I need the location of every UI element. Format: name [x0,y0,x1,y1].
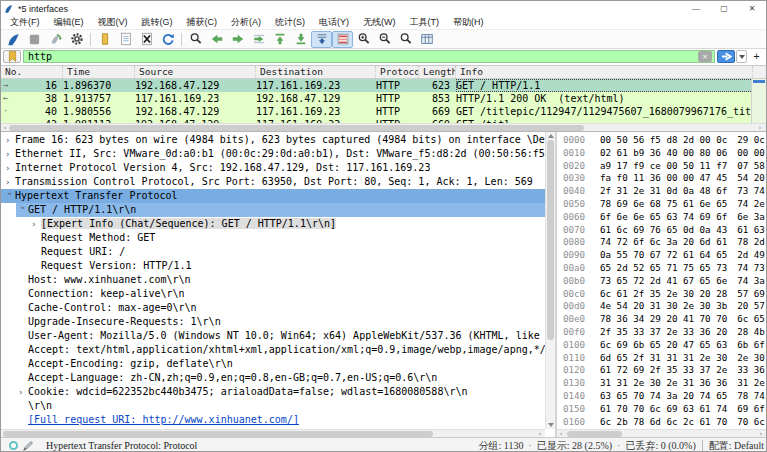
detail-row[interactable]: Accept-Language: zh-CN,zh;q=0.9,en;q=0.8… [1,371,545,385]
packet-row[interactable]: →161.896370192.168.47.129117.161.169.23H… [1,79,751,92]
detail-row[interactable]: ›Transmission Control Protocol, Src Port… [1,175,545,189]
details-vertical-scrollbar[interactable] [545,132,555,429]
detail-row[interactable]: ›Ethernet II, Src: VMware_0d:a0:b1 (00:0… [1,147,545,161]
packet-row[interactable]: ·401.980556192.168.47.129117.161.169.23H… [1,105,751,118]
scroll-right-icon[interactable]: › [538,430,542,437]
filter-add-button[interactable]: + [750,50,763,63]
auto-scroll-icon[interactable] [311,31,332,48]
hex-row[interactable]: 007061 6c 69 76 65 0d 0a 4361 63 [563,224,766,237]
detail-row[interactable]: Host: www.xinhuanet.com\r\n [1,273,545,287]
filter-dropdown-icon[interactable] [736,50,747,63]
detail-row[interactable]: ›Internet Protocol Version 4, Src: 192.1… [1,161,545,175]
hex-row[interactable]: 00d04e 54 20 31 30 2e 30 3b20 57 [563,300,766,313]
detail-row[interactable]: ›Frame 16: 623 bytes on wire (4984 bits)… [1,133,545,147]
column-header-length[interactable]: Length [419,66,456,78]
hex-row[interactable]: 000000 50 56 f5 d8 2d 00 0c29 0c [563,134,766,147]
scroll-down-icon[interactable] [548,423,554,427]
hex-row[interactable]: 015061 70 70 6c 69 63 61 7469 6f [563,403,766,416]
menu-item-11[interactable]: 帮助(H) [446,16,491,29]
filter-clear-icon[interactable]: ✕ [698,51,712,62]
expand-icon[interactable]: › [31,217,41,231]
hex-row[interactable]: 012061 72 69 2f 35 33 37 2e33 36 [563,364,766,377]
packet-list-vertical-scrollbar[interactable] [751,79,766,123]
go-last-packet-icon[interactable] [290,31,311,48]
detail-row[interactable]: Request Version: HTTP/1.1 [1,259,545,273]
hex-row[interactable]: 00900a 55 70 67 72 61 64 652d 49 [563,249,766,262]
scroll-left-icon[interactable]: ‹ [559,430,563,437]
start-capture-icon[interactable] [3,31,24,48]
expert-info-icon[interactable] [9,441,18,450]
hex-row[interactable]: 00c06c 61 2f 35 2e 30 20 2857 69 [563,288,766,301]
packet-list-horizontal-scrollbar[interactable]: ‹ › [1,123,766,131]
profile-status[interactable]: 配置: Default [709,439,764,452]
display-filter-input[interactable]: http ✕ [23,50,715,63]
detail-row[interactable]: [Full request URI: http://www.xinhuanet.… [1,413,545,427]
save-file-icon[interactable] [115,31,136,48]
packet-row[interactable]: ←381.913757117.161.169.23192.168.47.129H… [1,92,751,105]
menu-item-2[interactable]: 编辑(E) [47,16,91,29]
go-forward-icon[interactable] [227,31,248,48]
find-packet-icon[interactable] [185,31,206,48]
collapse-icon[interactable]: › [3,191,17,201]
scroll-right-icon[interactable]: › [759,430,763,437]
expand-icon[interactable]: › [18,385,28,399]
column-header-time[interactable]: Time [63,66,135,78]
hex-row[interactable]: 013031 31 2e 30 2e 31 36 3631 2e [563,377,766,390]
hex-row[interactable]: 0030fa f0 11 36 00 00 47 4554 20 [563,172,766,185]
zoom-out-icon[interactable] [374,31,395,48]
capture-comment-icon[interactable] [22,440,34,452]
menu-item-9[interactable]: 无线(W) [356,16,403,29]
expand-icon[interactable]: › [5,133,15,147]
menu-item-10[interactable]: 工具(T) [403,16,447,29]
column-header-destination[interactable]: Destination [256,66,376,78]
menu-item-6[interactable]: 分析(A) [224,16,268,29]
menu-item-3[interactable]: 视图(V) [91,16,135,29]
menu-item-4[interactable]: 跳转(G) [135,16,180,29]
scrollbar-thumb[interactable] [547,140,554,340]
menu-item-8[interactable]: 电话(Y) [312,16,356,29]
hex-row[interactable]: 001002 61 b9 36 40 00 80 0600 00 [563,147,766,160]
detail-row[interactable]: Accept-Encoding: gzip, deflate\r\n [1,357,545,371]
hex-row[interactable]: 00a065 2d 52 65 71 75 65 7374 73 [563,262,766,275]
go-to-packet-icon[interactable] [248,31,269,48]
zoom-original-icon[interactable] [395,31,416,48]
menu-item-7[interactable]: 统计(S) [268,16,312,29]
detail-row[interactable]: ›GET / HTTP/1.1\r\n [1,203,545,217]
reload-file-icon[interactable] [157,31,178,48]
scrollbar-thumb[interactable] [9,125,584,131]
colorize-packets-icon[interactable] [332,31,353,48]
hex-row[interactable]: 005078 69 6e 68 75 61 6e 6574 2e [563,198,766,211]
hex-row[interactable]: 01606c 2b 78 6d 6c 2c 61 7070 6c [563,416,766,429]
hex-row[interactable]: 01106d 65 2f 31 31 31 2e 302e 30 [563,352,766,365]
expand-icon[interactable]: › [5,175,15,189]
detail-row[interactable]: Request URI: / [1,245,545,259]
column-header-protocol[interactable]: Protocol [376,66,419,78]
expand-icon[interactable]: › [5,161,15,175]
collapse-icon[interactable]: › [16,205,30,215]
hex-row[interactable]: 00e078 36 34 29 20 41 70 706c 65 [563,313,766,326]
detail-row[interactable]: Upgrade-Insecure-Requests: 1\r\n [1,315,545,329]
filter-apply-icon[interactable] [717,50,735,63]
maximize-button[interactable]: ▢ [710,4,738,13]
close-button[interactable]: ✕ [738,4,766,13]
detail-row[interactable]: User-Agent: Mozilla/5.0 (Windows NT 10.0… [1,329,545,343]
close-file-icon[interactable] [136,31,157,48]
capture-options-icon[interactable] [66,31,87,48]
detail-row[interactable]: ›Hypertext Transfer Protocol [1,189,545,203]
open-file-icon[interactable] [94,31,115,48]
minimize-button[interactable]: — [682,4,710,13]
go-first-packet-icon[interactable] [269,31,290,48]
hex-row[interactable]: 008074 72 6f 6c 3a 20 6d 6178 2d [563,236,766,249]
resize-columns-icon[interactable] [416,31,437,48]
scrollbar-thumb[interactable] [567,431,622,437]
go-back-icon[interactable] [206,31,227,48]
detail-row[interactable]: ›Cookie: wdcid=622352bc440b3475; arialoa… [1,385,545,399]
hex-row[interactable]: 00b073 65 72 2d 41 67 65 6e74 3a [563,275,766,288]
detail-row[interactable]: \r\n [1,399,545,413]
hex-row[interactable]: 014063 65 70 74 3a 20 74 6578 74 [563,390,766,403]
column-header-source[interactable]: Source [135,66,256,78]
menu-item-1[interactable]: 文件(F) [3,16,47,29]
menu-item-5[interactable]: 捕获(C) [180,16,225,29]
scroll-up-icon[interactable] [548,134,554,138]
detail-row[interactable]: Request Method: GET [1,231,545,245]
